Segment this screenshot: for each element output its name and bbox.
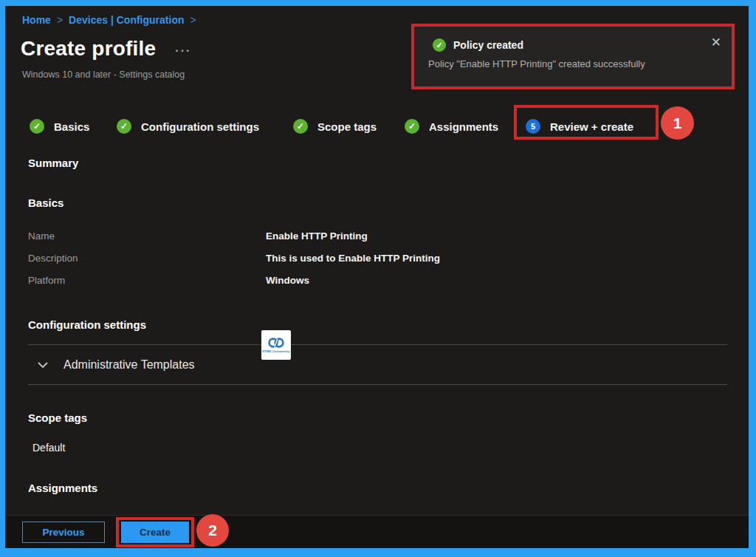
annotation-box-toast: ✓ Policy created Policy "Enable HTTP Pri…: [411, 24, 735, 89]
tab-assignments[interactable]: ✓ Assignments: [405, 117, 498, 135]
assignments-heading: Assignments: [28, 482, 97, 494]
create-button[interactable]: Create: [121, 522, 189, 543]
breadcrumb-devices-configuration-link[interactable]: Devices | Configuration: [69, 14, 184, 26]
step-5-icon: 5: [526, 119, 540, 134]
name-label: Name: [28, 230, 55, 242]
more-options-icon[interactable]: ···: [175, 44, 191, 58]
check-icon: ✓: [293, 119, 308, 134]
toast-title: Policy created: [453, 39, 523, 51]
htmd-logo-text: HTMD Community: [262, 349, 289, 353]
tab-label: Basics: [54, 120, 89, 133]
name-value: Enable HTTP Printing: [266, 230, 368, 242]
breadcrumb-separator-icon: >: [57, 14, 63, 26]
administrative-templates-expander[interactable]: Administrative Templates: [37, 358, 195, 372]
platform-label: Platform: [28, 275, 65, 286]
previous-button[interactable]: Previous: [22, 522, 105, 543]
annotation-badge-2: 2: [196, 514, 229, 547]
page-title-row: Create profile ···: [21, 37, 191, 61]
htmd-community-logo: HTMD Community: [261, 330, 291, 360]
scope-tag-default-value: Default: [32, 442, 65, 454]
tab-basics[interactable]: ✓ Basics: [30, 117, 89, 135]
check-icon: ✓: [117, 119, 131, 134]
tab-scope-tags[interactable]: ✓ Scope tags: [293, 117, 377, 135]
close-icon[interactable]: ✕: [711, 36, 721, 49]
platform-value: Windows: [266, 275, 309, 286]
page-title: Create profile: [21, 37, 156, 61]
summary-heading: Summary: [28, 157, 78, 169]
footer-bar: [5, 515, 749, 548]
htmd-logo-icon: [267, 337, 285, 349]
divider: [28, 384, 727, 385]
screenshot-frame: Home > Devices | Configuration > Create …: [0, 0, 756, 557]
breadcrumb-home-link[interactable]: Home: [22, 14, 51, 26]
toast-message: Policy "Enable HTTP Printing" created su…: [428, 58, 720, 69]
page-subtitle: Windows 10 and later - Settings catalog: [22, 69, 185, 80]
tab-review-create[interactable]: 5 Review + create: [526, 117, 633, 135]
toast-title-row: ✓ Policy created: [433, 38, 720, 52]
breadcrumb-separator-icon: >: [190, 14, 196, 26]
annotation-badge-1: 1: [661, 106, 694, 140]
success-check-icon: ✓: [433, 38, 446, 52]
divider: [28, 344, 727, 345]
notification-toast: ✓ Policy created Policy "Enable HTTP Pri…: [414, 27, 732, 86]
basics-heading: Basics: [28, 197, 63, 209]
chevron-down-icon: [37, 360, 49, 369]
configuration-settings-heading: Configuration settings: [28, 318, 146, 331]
breadcrumb: Home > Devices | Configuration >: [22, 14, 196, 26]
tab-label: Review + create: [550, 120, 633, 133]
tab-label: Assignments: [429, 120, 498, 133]
scope-tags-heading: Scope tags: [28, 411, 87, 424]
tab-label: Configuration settings: [141, 120, 259, 133]
check-icon: ✓: [405, 119, 419, 134]
administrative-templates-label: Administrative Templates: [63, 358, 195, 372]
tab-label: Scope tags: [317, 120, 377, 133]
description-label: Description: [28, 253, 78, 264]
tab-configuration-settings[interactable]: ✓ Configuration settings: [117, 117, 259, 135]
description-value: This is used to Enable HTTP Printing: [266, 253, 440, 264]
check-icon: ✓: [30, 119, 44, 134]
